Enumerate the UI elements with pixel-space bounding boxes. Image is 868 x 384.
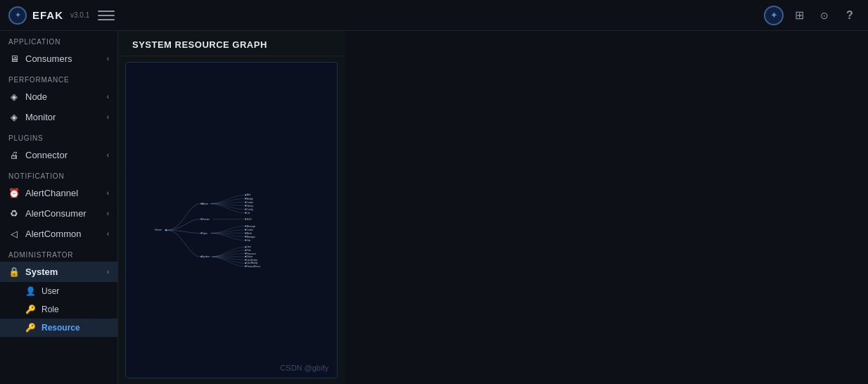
svg-point-11 — [245, 205, 246, 206]
sidebar-item-monitor[interactable]: ◈ Monitor ‹ — [0, 107, 117, 127]
alertcommon-icon: ◁ — [8, 229, 20, 239]
resource-graph: Home Alarm Add Modify Create — [126, 63, 337, 378]
sidebar-item-label: Consumers — [25, 53, 101, 64]
section-label-application: APPLICATION — [0, 31, 117, 49]
sidebar-item-label: AlertConsumer — [25, 208, 101, 219]
connector-icon: 🖨 — [8, 150, 20, 160]
sidebar-item-consumers[interactable]: 🖥 Consumers ‹ — [0, 49, 117, 69]
svg-point-7 — [245, 198, 246, 199]
main-content: SYSTEM RESOURCE GRAPH Home Alarm Add — [118, 31, 345, 384]
node-icon: ◈ — [8, 91, 20, 102]
resource-icon: 🔑 — [25, 323, 36, 333]
sidebar-sub-item-resource[interactable]: 🔑 Resource — [0, 319, 117, 337]
app-version: v3.0.1 — [70, 11, 89, 19]
page-title: SYSTEM RESOURCE GRAPH — [132, 39, 267, 50]
sidebar-item-label: System — [25, 267, 101, 277]
sidebar-item-label: Node — [25, 91, 101, 102]
sidebar-item-node[interactable]: ◈ Node ‹ — [0, 87, 117, 107]
svg-text:Alarm: Alarm — [202, 203, 208, 205]
consumers-icon: 🖥 — [8, 53, 20, 64]
nav-bell-icon[interactable]: ⊙ — [815, 6, 834, 25]
nav-compass-icon[interactable]: ✦ — [764, 6, 784, 25]
user-icon: 👤 — [25, 286, 36, 296]
system-lock-icon: 🔒 — [8, 267, 20, 277]
chevron-right-icon: ‹ — [107, 189, 109, 197]
sidebar-item-connector[interactable]: 🖨 Connector ‹ — [0, 145, 117, 165]
main-header: SYSTEM RESOURCE GRAPH — [118, 31, 345, 56]
svg-text:UserModify: UserModify — [246, 262, 257, 264]
svg-point-43 — [245, 259, 246, 260]
svg-text:Role: Role — [246, 249, 251, 252]
sidebar-sub-item-role[interactable]: 🔑 Role — [0, 300, 117, 319]
app-name: EFAK — [32, 9, 63, 21]
section-label-plugins: PLUGINS — [0, 127, 117, 145]
alertconsumer-icon: ♻ — [8, 208, 20, 219]
svg-point-1 — [165, 229, 167, 231]
monitor-icon: ◈ — [8, 112, 20, 122]
svg-text:Create: Create — [246, 201, 253, 204]
svg-point-31 — [245, 239, 246, 241]
sidebar-item-label: AlertCommon — [25, 229, 101, 239]
sidebar-item-alertcommon[interactable]: ◁ AlertCommon ‹ — [0, 224, 117, 244]
sidebar-item-label: Connector — [25, 150, 101, 160]
sub-item-label: User — [42, 286, 59, 296]
svg-point-25 — [245, 229, 246, 231]
svg-rect-0 — [126, 170, 337, 271]
svg-text:Notice: Notice — [246, 255, 253, 258]
svg-text:List: List — [246, 212, 250, 215]
section-label-administrator: ADMINISTRATOR — [0, 244, 117, 262]
svg-point-27 — [245, 232, 246, 233]
svg-point-41 — [245, 256, 246, 257]
chevron-right-icon: ‹ — [107, 55, 109, 63]
chevron-right-icon: ‹ — [107, 210, 109, 217]
nav-help-icon[interactable]: ? — [840, 6, 860, 25]
role-icon: 🔑 — [25, 305, 36, 314]
sidebar-item-alertchannel[interactable]: ⏰ AlertChannel ‹ — [0, 183, 117, 203]
svg-text:Hub: Hub — [246, 239, 250, 242]
sidebar-item-label: Monitor — [25, 112, 101, 122]
svg-text:Resource: Resource — [246, 252, 256, 255]
logo-circle: ✦ — [8, 6, 27, 25]
svg-point-19 — [245, 218, 246, 219]
alertchannel-icon: ⏰ — [8, 188, 20, 198]
svg-text:Manager: Manager — [246, 236, 255, 238]
section-label-performance: PERFORMANCE — [0, 69, 117, 87]
graph-container: Home Alarm Add Modify Create — [125, 62, 338, 378]
svg-point-15 — [245, 212, 246, 214]
sidebar-sub-item-user[interactable]: 👤 User — [0, 282, 117, 300]
svg-text:ZkCli: ZkCli — [246, 218, 251, 221]
svg-point-35 — [245, 246, 246, 248]
svg-point-29 — [245, 236, 246, 237]
svg-text:Add: Add — [246, 193, 250, 196]
svg-point-5 — [245, 194, 246, 196]
svg-point-23 — [245, 225, 246, 226]
svg-text:Message: Message — [246, 225, 255, 228]
sub-item-label: Resource — [42, 323, 80, 333]
chevron-right-icon: ‹ — [107, 93, 109, 101]
svg-text:Topic: Topic — [202, 232, 208, 235]
graph-watermark: CSDN @gbify — [280, 364, 328, 372]
chevron-right-icon: ‹ — [107, 113, 109, 121]
nav-grid-icon[interactable]: ⊞ — [789, 6, 809, 25]
svg-text:Config: Config — [246, 208, 253, 211]
svg-point-45 — [245, 262, 246, 264]
sidebar: APPLICATION 🖥 Consumers ‹ PERFORMANCE ◈ … — [0, 31, 118, 384]
svg-text:Mock: Mock — [246, 232, 252, 235]
sidebar-item-label: AlertChannel — [25, 188, 101, 198]
sidebar-item-system[interactable]: 🔒 System › — [0, 262, 117, 282]
svg-point-37 — [245, 250, 246, 251]
svg-text:System: System — [202, 255, 210, 258]
svg-text:User: User — [246, 245, 251, 248]
svg-point-39 — [245, 252, 246, 254]
svg-text:UserDelete: UserDelete — [246, 259, 257, 262]
chevron-right-icon: ‹ — [107, 230, 109, 238]
svg-text:Home: Home — [155, 229, 162, 231]
svg-point-13 — [245, 208, 246, 210]
sidebar-item-alertconsumer[interactable]: ♻ AlertConsumer ‹ — [0, 203, 117, 224]
menu-toggle[interactable] — [98, 7, 115, 24]
svg-text:Cluster: Cluster — [202, 218, 210, 221]
svg-point-9 — [245, 201, 246, 203]
section-label-notification: NOTIFICATION — [0, 165, 117, 183]
svg-text:Create: Create — [246, 229, 253, 231]
svg-text:PasswdReset: PasswdReset — [246, 265, 260, 268]
